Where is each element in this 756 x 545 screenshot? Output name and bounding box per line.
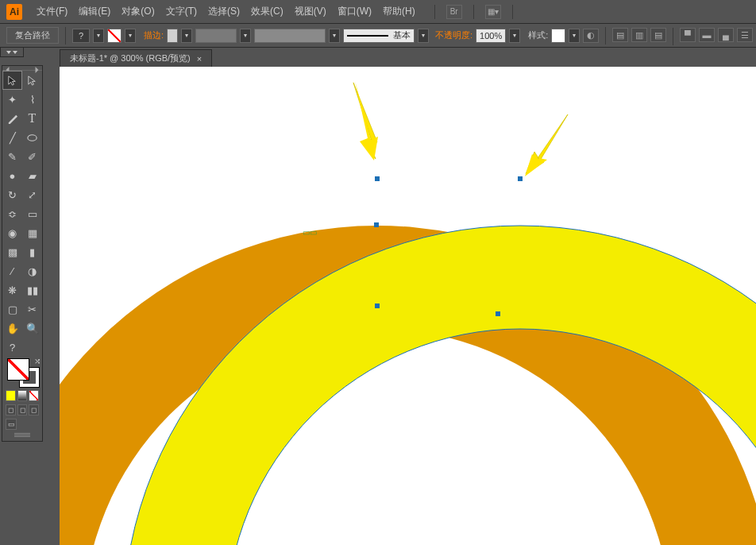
center-marker: ▭▭ [303, 228, 317, 237]
rotate-tool[interactable]: ↻ [2, 185, 22, 204]
menu-separator [512, 5, 513, 19]
align-left-icon[interactable]: ▤ [612, 28, 628, 42]
screen-mode-icon[interactable]: ▭ [6, 419, 17, 430]
perspective-grid-tool[interactable]: ▦ [22, 223, 42, 242]
fill-stroke-control[interactable]: ⤭ [2, 357, 42, 388]
fill-dropdown[interactable]: ▾ [93, 29, 104, 43]
expand-panels-tab[interactable] [0, 48, 24, 57]
lasso-tool[interactable]: ⌇ [22, 90, 42, 109]
bridge-icon[interactable]: Br [446, 5, 462, 19]
swap-fill-stroke-icon[interactable]: ⤭ [34, 357, 40, 365]
anchor-point[interactable] [374, 222, 379, 227]
svg-point-0 [28, 134, 37, 141]
menu-effect[interactable]: 效果(C) [251, 5, 284, 18]
arrange-docs-icon[interactable]: ▦▾ [485, 5, 501, 19]
document-tab-bar: 未标题-1* @ 300% (RGB/预览) × [60, 49, 212, 67]
stroke-weight-field[interactable] [167, 29, 178, 43]
menu-view[interactable]: 视图(V) [295, 5, 326, 18]
brush-preset[interactable]: 基本 [343, 29, 415, 43]
fill-color-box[interactable] [7, 358, 29, 381]
tool-empty [22, 338, 42, 357]
opacity-value-field[interactable]: 100% [476, 29, 506, 43]
menu-separator [473, 5, 474, 19]
brush-def-field[interactable] [254, 29, 326, 43]
menu-edit[interactable]: 编辑(E) [79, 5, 110, 18]
line-tool[interactable]: ╱ [2, 128, 22, 147]
graphic-style-label: 样式: [528, 29, 548, 41]
ellipse-tool[interactable] [22, 128, 42, 147]
hand-tool[interactable]: ✋ [2, 319, 22, 338]
draw-normal-icon[interactable]: ◻ [6, 404, 16, 416]
align-right-icon[interactable]: ▤ [650, 28, 666, 42]
pen-tool[interactable] [2, 109, 22, 128]
align-top-icon[interactable]: ▀ [680, 28, 696, 42]
app-logo: Ai [6, 4, 22, 20]
artboard-tool[interactable]: ▢ [2, 300, 22, 319]
stroke-dropdown[interactable]: ▾ [125, 29, 136, 43]
mesh-tool[interactable]: ▩ [2, 242, 22, 261]
tools-grip[interactable] [2, 431, 42, 438]
recolor-icon[interactable]: ◐ [583, 29, 599, 43]
distribute-icon[interactable]: ☰ [737, 28, 753, 42]
anchor-point[interactable] [375, 176, 380, 181]
draw-inside-icon[interactable]: ◻ [29, 404, 39, 416]
tools-panel: ✦ ⌇ T ╱ ✎ ✐ ● ▰ ↻ ⤢ ≎ ▭ ◉ ▦ ▩ ▮ ⁄ ◑ ❋ ▮▮… [2, 65, 43, 442]
direct-selection-tool[interactable] [22, 71, 42, 90]
fill-help-icon[interactable]: ? [72, 29, 90, 43]
graphic-style-dropdown[interactable]: ▾ [569, 29, 580, 43]
anchor-point[interactable] [375, 303, 380, 308]
draw-behind-icon[interactable]: ◻ [17, 404, 28, 416]
canvas-area[interactable]: ▭▭ [60, 67, 756, 545]
graphic-style-swatch[interactable] [551, 29, 565, 43]
align-bottom-icon[interactable]: ▄ [718, 28, 734, 42]
stroke-profile-dropdown[interactable]: ▾ [240, 29, 251, 43]
selection-tool[interactable] [2, 71, 22, 90]
menu-select[interactable]: 选择(S) [208, 5, 240, 18]
brush-preset-dropdown[interactable]: ▾ [418, 29, 429, 43]
symbol-sprayer-tool[interactable]: ❋ [2, 280, 22, 300]
zoom-tool[interactable]: 🔍 [22, 319, 42, 338]
blend-tool[interactable]: ◑ [22, 261, 42, 280]
gradient-tool[interactable]: ▮ [22, 242, 42, 261]
slice-tool[interactable]: ✂ [22, 300, 42, 319]
color-mode-solid[interactable] [6, 390, 16, 401]
control-separator [605, 27, 606, 44]
menu-object[interactable]: 对象(O) [122, 5, 154, 18]
brush-def-dropdown[interactable]: ▾ [329, 29, 340, 43]
scale-tool[interactable]: ⤢ [22, 185, 42, 204]
magic-wand-tool[interactable]: ✦ [2, 90, 22, 109]
menu-window[interactable]: 窗口(W) [338, 5, 372, 18]
shape-builder-tool[interactable]: ◉ [2, 223, 22, 242]
artwork-svg: ▭▭ [60, 67, 756, 545]
annotation-arrow-right [525, 113, 569, 176]
type-tool[interactable]: T [22, 109, 42, 128]
stroke-profile-swatch[interactable] [195, 29, 237, 43]
eraser-tool[interactable]: ▰ [22, 166, 42, 185]
paintbrush-tool[interactable]: ✎ [2, 147, 22, 166]
width-tool[interactable]: ≎ [2, 204, 22, 223]
color-mode-none[interactable] [29, 390, 39, 401]
stroke-swatch-none[interactable] [107, 29, 122, 43]
stroke-weight-dropdown[interactable]: ▾ [181, 29, 192, 43]
opacity-dropdown[interactable]: ▾ [509, 29, 520, 43]
eyedropper-tool[interactable]: ⁄ [2, 261, 22, 280]
menu-file[interactable]: 文件(F) [37, 5, 68, 18]
tab-close-icon[interactable]: × [197, 54, 202, 64]
color-mode-gradient[interactable] [17, 390, 28, 401]
control-bar: 复合路径 ? ▾ ▾ 描边: ▾ ▾ ▾ 基本 ▾ 不透明度: 100% ▾ 样… [0, 24, 756, 48]
anchor-point[interactable] [518, 176, 523, 181]
free-transform-tool[interactable]: ▭ [22, 204, 42, 223]
align-center-v-icon[interactable]: ▬ [699, 28, 715, 42]
anchor-point[interactable] [496, 311, 500, 316]
brush-preview-line [347, 35, 388, 37]
document-tab[interactable]: 未标题-1* @ 300% (RGB/预览) × [60, 49, 212, 67]
stroke-label: 描边: [144, 29, 164, 41]
opacity-label: 不透明度: [435, 29, 472, 41]
menu-separator [434, 5, 435, 19]
menu-help[interactable]: 帮助(H) [383, 5, 415, 18]
menu-type[interactable]: 文字(T) [166, 5, 197, 18]
blob-brush-tool[interactable]: ● [2, 166, 22, 185]
pencil-tool[interactable]: ✐ [22, 147, 42, 166]
column-graph-tool[interactable]: ▮▮ [22, 280, 42, 300]
align-center-h-icon[interactable]: ▥ [631, 28, 647, 42]
